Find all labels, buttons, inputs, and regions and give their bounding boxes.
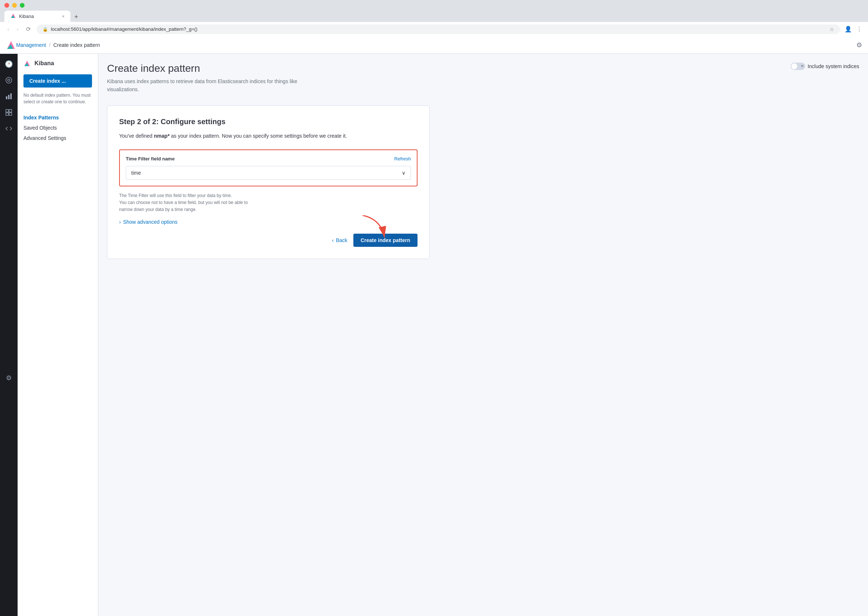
svg-rect-12 [9, 113, 12, 115]
time-filter-select[interactable]: time ∨ [126, 166, 411, 180]
chevron-down-icon: ∨ [402, 170, 405, 176]
tab-close-button[interactable]: × [62, 14, 65, 19]
show-advanced-label: Show advanced options [123, 219, 178, 225]
chevron-right-icon: › [119, 219, 121, 225]
sidebar-title: Kibana [35, 60, 54, 67]
sidebar-logo: Kibana [24, 60, 92, 67]
breadcrumb-management-link[interactable]: Management [16, 42, 46, 48]
sidebar-item-saved-objects[interactable]: Saved Objects [24, 123, 92, 133]
sidebar-item-index-patterns[interactable]: Index Patterns [24, 112, 92, 123]
selected-field-value: time [131, 170, 141, 176]
page-description: Kibana uses index patterns to retrieve d… [107, 77, 327, 94]
app-container: 🕐 [0, 54, 868, 616]
step-description: You've defined nmap* as your index patte… [119, 132, 417, 141]
browser-menu-icon[interactable]: ⋮ [856, 26, 862, 33]
show-advanced-wrapper: › Show advanced options [119, 219, 417, 225]
settings-icon[interactable]: ⚙ [856, 41, 862, 49]
include-system-toggle[interactable]: ✕ [791, 63, 805, 70]
create-index-button[interactable]: Create index ... [24, 74, 92, 88]
lock-icon: 🔒 [43, 27, 48, 32]
tab-favicon [10, 13, 16, 20]
header-right: ⚙ [856, 41, 862, 49]
svg-rect-11 [6, 113, 8, 115]
address-bar: ‹ › ⟳ 🔒 localhost:5601/app/kibana#/manag… [0, 22, 868, 36]
configure-settings-card: Step 2 of 2: Configure settings You've d… [107, 105, 430, 259]
show-advanced-link[interactable]: › Show advanced options [119, 219, 417, 225]
user-icon[interactable]: 👤 [844, 26, 852, 33]
page-title: Create index pattern [107, 63, 327, 74]
traffic-dot-yellow [12, 3, 17, 8]
step-title: Step 2 of 2: Configure settings [119, 118, 417, 126]
back-nav-button[interactable]: ‹ [6, 25, 11, 34]
breadcrumb: Management / Create index pattern [16, 42, 100, 48]
time-filter-field-group: Time Filter field name Refresh time ∨ [119, 149, 417, 186]
svg-rect-9 [6, 110, 8, 112]
svg-rect-7 [8, 95, 9, 99]
page-header: Create index pattern Kibana uses index p… [107, 63, 327, 94]
toggle-x-icon: ✕ [800, 64, 804, 69]
svg-rect-6 [6, 96, 7, 99]
main-content: Create index pattern Kibana uses index p… [98, 54, 868, 616]
sidebar-notice: No default index pattern. You must selec… [24, 92, 92, 105]
app-header: Management / Create index pattern ⚙ [0, 36, 868, 54]
sidebar-item-advanced-settings[interactable]: Advanced Settings [24, 133, 92, 143]
description-prefix: You've defined [119, 133, 154, 139]
include-system-label: Include system indices [808, 63, 859, 69]
svg-point-4 [6, 77, 12, 83]
card-actions: ‹ Back Create index pattern [119, 234, 417, 247]
field-header: Time Filter field name Refresh [126, 156, 411, 162]
include-system-toggle-wrapper: ✕ Include system indices [791, 63, 859, 70]
nav-icon-discover[interactable] [2, 73, 16, 88]
back-label: Back [336, 237, 348, 243]
nav-icon-management[interactable]: ⚙ [2, 371, 16, 385]
create-index-pattern-button[interactable]: Create index pattern [353, 234, 417, 247]
field-hint: The Time Filter will use this field to f… [119, 192, 417, 214]
svg-rect-10 [9, 110, 12, 112]
svg-rect-8 [10, 93, 12, 99]
nav-icon-devtools[interactable] [2, 121, 16, 136]
back-chevron-icon: ‹ [332, 237, 334, 243]
url-text: localhost:5601/app/kibana#/management/ki… [51, 27, 198, 32]
description-suffix: as your index pattern. Now you can speci… [170, 133, 347, 139]
forward-nav-button[interactable]: › [15, 25, 20, 34]
back-button[interactable]: ‹ Back [332, 237, 348, 243]
breadcrumb-current-page: Create index pattern [54, 42, 100, 48]
refresh-nav-button[interactable]: ⟳ [25, 24, 32, 34]
field-label: Time Filter field name [126, 156, 175, 162]
breadcrumb-separator: / [49, 42, 50, 48]
browser-tab-kibana[interactable]: Kibana × [5, 11, 70, 22]
refresh-fields-link[interactable]: Refresh [394, 156, 411, 162]
svg-point-5 [8, 79, 10, 81]
sidebar-nav: Index Patterns Saved Objects Advanced Se… [24, 112, 92, 143]
toggle-knob [791, 63, 797, 69]
bookmark-icon[interactable]: ☆ [830, 27, 834, 32]
nav-icon-visualize[interactable] [2, 89, 16, 104]
nav-icon-clock[interactable]: 🕐 [2, 57, 16, 71]
left-icon-nav: 🕐 [0, 54, 17, 616]
sidebar: Kibana Create index ... No default index… [17, 54, 98, 616]
url-input[interactable]: 🔒 localhost:5601/app/kibana#/management/… [37, 25, 840, 34]
new-tab-button[interactable]: + [71, 12, 81, 22]
nav-icon-dashboard[interactable] [2, 105, 16, 120]
description-bold: nmap* [154, 133, 170, 139]
traffic-dot-red [5, 3, 9, 8]
page-top-row: Create index pattern Kibana uses index p… [107, 63, 859, 97]
tab-title: Kibana [19, 14, 34, 19]
kibana-logo [6, 40, 16, 50]
traffic-dot-green [20, 3, 25, 8]
